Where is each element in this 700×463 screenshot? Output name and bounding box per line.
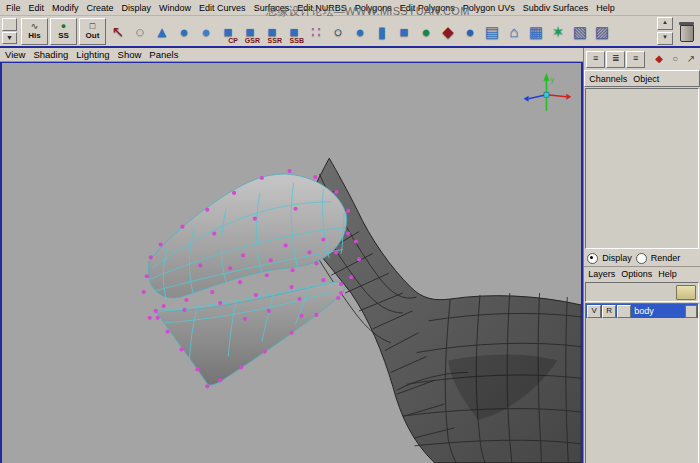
layer-color-swatch[interactable]: [617, 305, 631, 318]
manip-arrow-icon[interactable]: ↗: [684, 52, 698, 66]
menu-item-surfaces[interactable]: Surfaces: [250, 3, 294, 13]
cv-point[interactable]: [290, 269, 294, 273]
sphere-shelf-icon[interactable]: ●: [173, 18, 195, 44]
globe-shelf-icon[interactable]: ●: [459, 18, 481, 44]
cv-point[interactable]: [182, 308, 186, 312]
cube-primitive-icon[interactable]: ■: [393, 18, 415, 44]
menu-item-help[interactable]: Help: [592, 3, 619, 13]
cv-point[interactable]: [349, 275, 353, 279]
cv-point[interactable]: [269, 259, 273, 263]
cv-point[interactable]: [232, 191, 236, 195]
viewport-menu-lighting[interactable]: Lighting: [74, 49, 115, 60]
cv-point[interactable]: [154, 309, 158, 313]
sphere-primitive-icon[interactable]: ●: [349, 18, 371, 44]
channel-box-body[interactable]: [585, 88, 699, 249]
shelf-scroll-down-icon[interactable]: ▼: [657, 32, 673, 45]
cv-point[interactable]: [290, 285, 294, 289]
cv-point[interactable]: [339, 291, 343, 295]
model-head[interactable]: [149, 174, 347, 298]
layer-menu-layers[interactable]: Layers: [587, 269, 620, 279]
lamp-shelf-icon[interactable]: ⌂: [503, 18, 525, 44]
cv-point[interactable]: [166, 330, 170, 334]
history-button[interactable]: ∿His: [21, 18, 48, 45]
menu-item-edit[interactable]: Edit: [25, 3, 49, 13]
nurbs-circle-shelf-icon[interactable]: ○: [327, 18, 349, 44]
shelf-scroll-up-icon[interactable]: ▲: [657, 17, 673, 30]
layer-menu-help[interactable]: Help: [657, 269, 682, 279]
cv-point[interactable]: [238, 280, 242, 284]
layer-row-body[interactable]: V R body: [586, 304, 698, 318]
menu-item-create[interactable]: Create: [83, 3, 118, 13]
viewport-menu-shading[interactable]: Shading: [31, 49, 74, 60]
cv-point[interactable]: [253, 217, 257, 221]
lattice-shelf-icon[interactable]: ∷: [305, 18, 327, 44]
cv-point[interactable]: [293, 207, 297, 211]
layer-render-toggle[interactable]: R: [602, 305, 616, 318]
cv-point[interactable]: [142, 290, 146, 294]
chevron-down-icon[interactable]: ▼: [2, 32, 17, 45]
render-radio[interactable]: [636, 253, 647, 264]
cp-shelf-icon[interactable]: ■CP: [217, 18, 239, 44]
channel-menu-channels[interactable]: Channels: [588, 74, 632, 84]
layer-menu-options[interactable]: Options: [620, 269, 657, 279]
layer-visibility-toggle[interactable]: V: [587, 305, 601, 318]
cv-point[interactable]: [265, 273, 269, 277]
menu-item-file[interactable]: File: [2, 3, 25, 13]
cv-point[interactable]: [288, 169, 292, 173]
layer-row-endbox[interactable]: [685, 305, 697, 318]
cylinder-primitive-icon[interactable]: ▮: [371, 18, 393, 44]
cv-point[interactable]: [346, 232, 350, 236]
cv-point[interactable]: [148, 316, 152, 320]
outliner-button[interactable]: □Out: [79, 18, 106, 45]
cv-point[interactable]: [334, 251, 338, 255]
cv-point[interactable]: [212, 232, 216, 236]
cv-point[interactable]: [241, 254, 245, 258]
cv-point[interactable]: [354, 240, 358, 244]
cv-point[interactable]: [210, 290, 214, 294]
cv-point[interactable]: [228, 267, 232, 271]
cv-point[interactable]: [339, 282, 343, 286]
cv-point[interactable]: [149, 256, 153, 260]
menu-item-display[interactable]: Display: [118, 3, 156, 13]
menu-item-polygon-uvs[interactable]: Polygon UVs: [459, 3, 519, 13]
cv-point[interactable]: [263, 350, 267, 354]
channel-layout-toggle-3[interactable]: ≡: [626, 51, 645, 68]
cone-shelf-icon[interactable]: ▲: [151, 18, 173, 44]
menu-item-polygons[interactable]: Polygons: [351, 3, 396, 13]
menu-item-edit-polygons[interactable]: Edit Polygons: [396, 3, 459, 13]
book-shelf-icon[interactable]: ▤: [481, 18, 503, 44]
menu-item-window[interactable]: Window: [155, 3, 195, 13]
cv-point[interactable]: [162, 304, 166, 308]
cv-point[interactable]: [313, 175, 317, 179]
stamp-shelf-icon-2[interactable]: ▨: [591, 18, 613, 44]
cv-point[interactable]: [321, 278, 325, 282]
cv-point[interactable]: [334, 190, 338, 194]
spheres-green-icon[interactable]: ●: [415, 18, 437, 44]
revolve-shelf-icon[interactable]: ●: [195, 18, 217, 44]
cv-point[interactable]: [254, 293, 258, 297]
cv-point[interactable]: [346, 209, 350, 213]
star-shelf-icon[interactable]: ✶: [547, 18, 569, 44]
smooth-shade-button[interactable]: ●SS: [50, 18, 77, 45]
plane-grid-shelf-icon[interactable]: ▦: [525, 18, 547, 44]
cv-point[interactable]: [290, 331, 294, 335]
cv-point[interactable]: [239, 366, 243, 370]
viewport-canvas[interactable]: y: [0, 62, 583, 463]
channel-layout-toggle-2[interactable]: ≣: [606, 51, 625, 68]
gsr-shelf-icon[interactable]: ■GSR: [239, 18, 261, 44]
cv-point[interactable]: [180, 225, 184, 229]
channel-layout-toggle-1[interactable]: ≡: [586, 51, 605, 68]
display-radio[interactable]: [587, 253, 598, 264]
menu-item-subdiv-surfaces[interactable]: Subdiv Surfaces: [519, 3, 593, 13]
cv-point[interactable]: [314, 313, 318, 317]
viewport-menu-panels[interactable]: Panels: [147, 49, 184, 60]
key-icon[interactable]: ◆: [652, 52, 666, 66]
trash-icon[interactable]: [679, 21, 694, 41]
new-layer-icon[interactable]: [676, 285, 696, 300]
cv-point[interactable]: [198, 264, 202, 268]
cv-point[interactable]: [297, 297, 301, 301]
lasso-tool-icon[interactable]: ◌: [129, 18, 151, 44]
cv-point[interactable]: [284, 244, 288, 248]
ssr-shelf-icon[interactable]: ■SSR: [261, 18, 283, 44]
cv-point[interactable]: [195, 368, 199, 372]
